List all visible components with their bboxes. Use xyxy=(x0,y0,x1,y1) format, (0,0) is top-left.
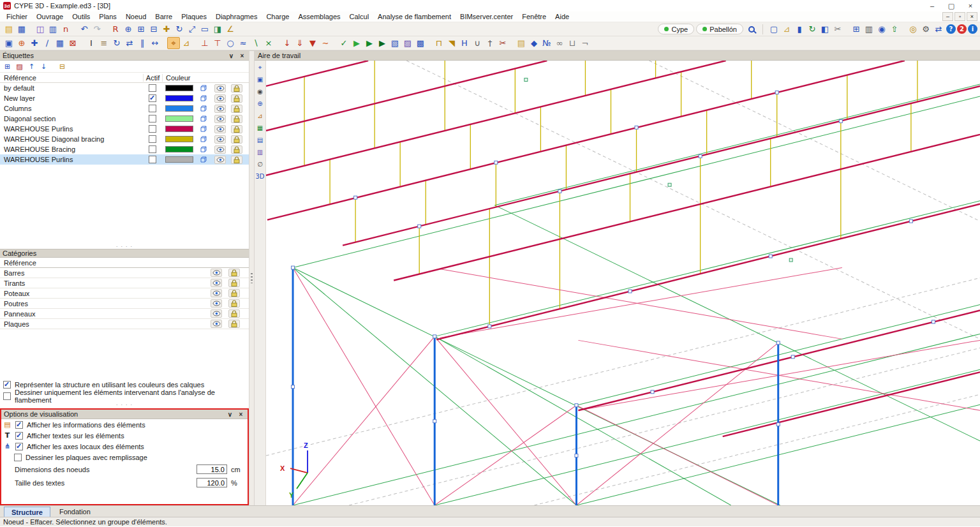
option-checkbox[interactable] xyxy=(15,432,23,440)
tag-icon[interactable]: ◆ xyxy=(528,37,540,49)
snap-icon[interactable]: ⌖ xyxy=(167,37,180,49)
bim-link-icon[interactable]: n xyxy=(59,23,72,35)
layer-lock-icon[interactable] xyxy=(231,115,242,123)
layer-3d-icon[interactable] xyxy=(195,105,212,113)
category-visibility-icon[interactable] xyxy=(211,269,222,277)
column-icon[interactable]: ▮ xyxy=(793,23,806,35)
layer-lock-icon[interactable] xyxy=(231,135,242,144)
layer-color-swatch[interactable] xyxy=(165,126,193,132)
zoom-out-icon[interactable]: ⊟ xyxy=(147,23,160,35)
delete-icon[interactable]: ⊠ xyxy=(66,37,79,49)
green-grid-icon[interactable]: ▦ xyxy=(255,123,265,133)
panel-icon[interactable]: ▧ xyxy=(389,37,401,49)
category-row[interactable]: Tirants xyxy=(0,278,249,288)
layer-active-checkbox[interactable] xyxy=(149,145,156,153)
pabellon-button[interactable]: Pabellón xyxy=(696,24,743,34)
bottom-tab[interactable]: Structure xyxy=(4,507,50,517)
edit-label-icon[interactable]: ▨ xyxy=(14,61,25,71)
sheet-icon[interactable]: ▤ xyxy=(515,37,528,49)
option-checkbox[interactable] xyxy=(15,443,23,450)
category-row[interactable]: Barres xyxy=(0,268,249,278)
layout-icon[interactable]: ⊞ xyxy=(850,23,863,35)
cype-button[interactable]: Cype xyxy=(658,24,694,34)
menu-item[interactable]: BIMserver.center xyxy=(456,11,517,22)
ruler-icon[interactable]: ⊿ xyxy=(780,23,793,35)
layer-visibility-icon[interactable] xyxy=(214,94,226,103)
tools-icon[interactable]: ⚙ xyxy=(919,23,932,35)
close-button[interactable]: × xyxy=(961,0,980,11)
layer-active-checkbox[interactable] xyxy=(149,156,156,163)
knife-icon[interactable]: ✂ xyxy=(496,37,509,49)
layer-color-swatch[interactable] xyxy=(165,146,193,152)
menu-item[interactable]: Charge xyxy=(262,11,293,22)
layer-visibility-icon[interactable] xyxy=(214,115,226,123)
sync-icon[interactable]: ⇄ xyxy=(932,23,945,35)
category-lock-icon[interactable] xyxy=(228,309,240,318)
category-visibility-icon[interactable] xyxy=(211,320,222,328)
open-icon[interactable]: ▤ xyxy=(3,23,15,35)
full-screen-icon[interactable]: ⤢ xyxy=(186,23,198,35)
orbit-icon[interactable]: ↻ xyxy=(173,23,186,35)
move-down-icon[interactable]: ↓ xyxy=(38,61,49,71)
bar-grid-icon[interactable]: ▦ xyxy=(54,37,66,49)
section-icon[interactable]: I xyxy=(85,37,98,49)
panel-splitter[interactable] xyxy=(249,51,255,505)
layer-3d-icon[interactable] xyxy=(195,125,212,133)
layer-row[interactable]: WAREHOUSE Purlins xyxy=(0,154,249,165)
menu-item[interactable]: Noeud xyxy=(121,11,151,22)
layer-color-swatch[interactable] xyxy=(165,95,193,101)
updates-icon[interactable]: 2 xyxy=(957,24,967,34)
import-export-icon[interactable]: ◫ xyxy=(34,23,47,35)
layers-icon[interactable]: ▥ xyxy=(255,147,265,157)
surface-load-icon[interactable]: ▼ xyxy=(306,37,319,49)
number-icon[interactable]: № xyxy=(540,37,553,49)
window-icon[interactable]: ▢ xyxy=(768,23,780,35)
bolt-icon[interactable]: † xyxy=(484,37,496,49)
thermal-load-icon[interactable]: ∼ xyxy=(319,37,332,49)
release-icon[interactable]: ¬ xyxy=(579,37,591,49)
menu-item[interactable]: Ouvrage xyxy=(32,11,68,22)
layer-color-swatch[interactable] xyxy=(165,85,193,91)
info-icon[interactable]: i xyxy=(968,24,977,34)
category-row[interactable]: Panneaux xyxy=(0,309,249,319)
layer-visibility-icon[interactable] xyxy=(214,135,226,144)
layer-3d-icon[interactable] xyxy=(195,145,212,154)
help-icon[interactable]: ? xyxy=(946,24,956,34)
link-icon[interactable]: ∞ xyxy=(553,37,566,49)
fixity-icon[interactable]: ⊤ xyxy=(211,37,224,49)
zoom-prev-icon[interactable]: R xyxy=(109,23,122,35)
layer-lock-icon[interactable] xyxy=(231,94,242,103)
bottom-tab[interactable]: Fondation xyxy=(52,507,98,517)
category-row[interactable]: Poutres xyxy=(0,299,249,309)
layer-visibility-icon[interactable] xyxy=(214,145,226,154)
display-option-checkbox[interactable] xyxy=(3,381,11,389)
hinge-icon[interactable]: ○ xyxy=(224,37,237,49)
layer-color-swatch[interactable] xyxy=(165,115,193,122)
visibility-icon[interactable]: ◉ xyxy=(255,87,265,96)
collapse-icon[interactable]: ∨ xyxy=(227,52,235,59)
layer-3d-icon[interactable] xyxy=(195,135,212,144)
layer-active-checkbox[interactable] xyxy=(149,105,156,112)
category-lock-icon[interactable] xyxy=(228,320,240,328)
minimize-button[interactable]: – xyxy=(923,0,942,11)
menu-item[interactable]: Plans xyxy=(94,11,121,22)
globe-icon[interactable]: ◎ xyxy=(907,23,919,35)
category-lock-icon[interactable] xyxy=(228,269,240,277)
layer-lock-icon[interactable] xyxy=(231,105,242,113)
flag2-icon[interactable]: ▶ xyxy=(363,37,376,49)
zoom-extents-icon[interactable]: ⊕ xyxy=(122,23,135,35)
lock-bars-icon[interactable]: ⊔ xyxy=(566,37,579,49)
table-icon[interactable]: ▤ xyxy=(255,135,265,145)
menu-item[interactable]: Assemblages xyxy=(293,11,345,22)
layer-3d-icon[interactable] xyxy=(195,156,212,164)
menu-item[interactable]: Analyse de flambement xyxy=(373,11,456,22)
image-export-icon[interactable]: ◨ xyxy=(211,23,224,35)
box-select-icon[interactable]: ◧ xyxy=(819,23,831,35)
move-up-icon[interactable]: ↑ xyxy=(26,61,37,71)
line-load-icon[interactable]: ⇓ xyxy=(293,37,306,49)
menu-item[interactable]: Fichier xyxy=(2,11,32,22)
measure-icon[interactable]: ∠ xyxy=(224,23,237,35)
layer-3d-icon[interactable] xyxy=(195,115,212,123)
undo-icon[interactable]: ↶ xyxy=(78,23,91,35)
view-3d-icon[interactable]: 3D xyxy=(255,172,265,181)
